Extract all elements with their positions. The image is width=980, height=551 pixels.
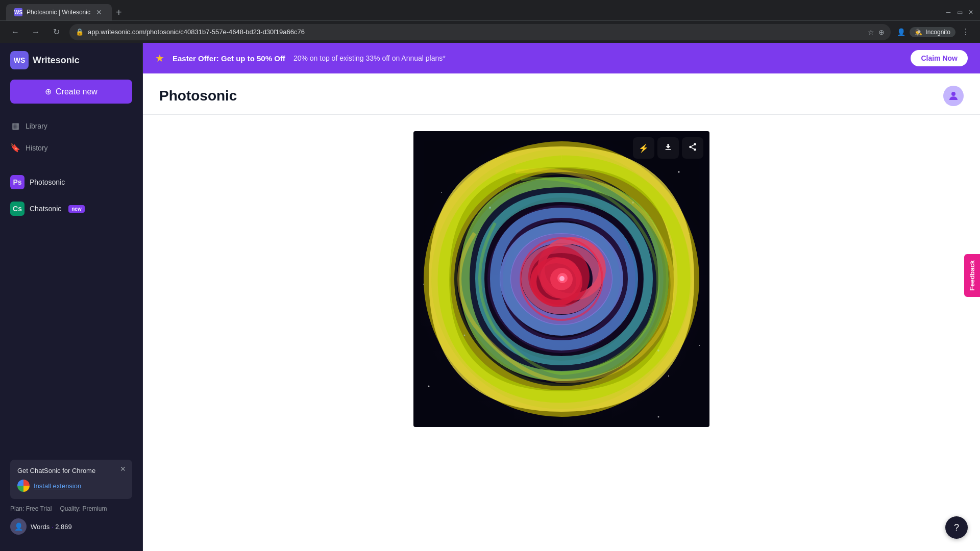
svg-point-9	[428, 386, 430, 387]
logo-initials: WS	[14, 56, 26, 64]
sidebar-footer: ✕ Get ChatSonic for Chrome Install exten…	[0, 452, 142, 543]
sidebar-item-history[interactable]: 🔖 History	[4, 138, 138, 158]
address-bar-row: ← → ↻ 🔒 app.writesonic.com/photosonic/c4…	[0, 20, 980, 43]
incognito-badge: 🕵 Incognito	[910, 27, 955, 37]
new-badge: new	[68, 205, 84, 213]
chrome-logo	[17, 480, 30, 492]
sidebar-apps: Ps Photosonic Cs Chatsonic new	[0, 166, 142, 221]
share-icon	[688, 142, 697, 154]
avatar-icon	[947, 90, 960, 102]
page-header: Photosonic	[143, 73, 980, 115]
maximize-button[interactable]: ▭	[954, 7, 965, 17]
address-bar[interactable]: 🔒 app.writesonic.com/photosonic/c40831b7…	[69, 24, 891, 40]
chrome-promo-close-button[interactable]: ✕	[118, 464, 128, 474]
address-bar-icons: ☆ ⊕	[868, 28, 885, 36]
banner-star: ★	[155, 52, 164, 64]
share-button[interactable]	[682, 137, 703, 159]
plan-info: Plan: Free Trial Quality: Premium	[10, 505, 132, 512]
chrome-promo: ✕ Get ChatSonic for Chrome Install exten…	[10, 460, 132, 499]
tab-favicon: WS	[14, 8, 22, 16]
user-avatar: 👤	[10, 518, 27, 535]
browser-menu-button[interactable]: ⋮	[960, 25, 972, 39]
svg-point-13	[699, 345, 700, 346]
sidebar-nav: ▦ Library 🔖 History	[0, 116, 142, 158]
refresh-button[interactable]: ↻	[49, 25, 63, 39]
image-container: ⚡	[413, 131, 709, 427]
install-extension-link[interactable]: Install extension	[34, 482, 81, 490]
sidebar-item-photosonic[interactable]: Ps Photosonic	[4, 170, 138, 194]
history-icon: 🔖	[10, 143, 20, 153]
chrome-promo-body: Install extension	[17, 480, 125, 492]
lightning-icon: ⚡	[639, 143, 649, 153]
svg-point-29	[464, 335, 465, 336]
logo-box: WS	[10, 51, 29, 69]
svg-point-11	[441, 192, 442, 193]
sidebar-item-library-label: Library	[26, 122, 47, 130]
words-label: Words	[31, 523, 50, 531]
svg-point-23	[559, 276, 565, 281]
svg-line-5	[691, 145, 694, 146]
promo-banner: ★ Easter Offer: Get up to 50% Off 20% on…	[143, 43, 980, 73]
bookmark-icon[interactable]: ☆	[868, 28, 874, 36]
banner-offer-normal: 20% on top of existing 33% off on Annual…	[293, 54, 446, 62]
browser-actions: 👤 🕵 Incognito ⋮	[897, 25, 972, 39]
svg-point-10	[668, 375, 669, 377]
main-content: ★ Easter Offer: Get up to 50% Off 20% on…	[143, 43, 980, 551]
ai-generated-image	[413, 131, 709, 427]
chatsonic-icon-label: Cs	[13, 205, 22, 213]
help-icon: ?	[954, 522, 959, 533]
sidebar: WS Writesonic ⊕ Create new ▦ Library 🔖 H…	[0, 43, 143, 551]
image-svg	[413, 131, 709, 427]
feedback-tab[interactable]: Feedback	[964, 254, 980, 297]
help-button[interactable]: ?	[945, 516, 968, 539]
plus-icon: ⊕	[45, 87, 52, 96]
user-avatar-top[interactable]	[943, 86, 964, 106]
lock-icon: 🔒	[76, 28, 84, 36]
svg-line-4	[691, 147, 694, 149]
close-button[interactable]: ✕	[966, 7, 976, 17]
sidebar-item-library[interactable]: ▦ Library	[4, 116, 138, 136]
extension-icon[interactable]: ⊕	[878, 28, 885, 36]
quality-label: Quality: Premium	[60, 505, 107, 512]
page-title: Photosonic	[159, 88, 237, 104]
download-button[interactable]	[657, 137, 679, 159]
create-new-button[interactable]: ⊕ Create new	[10, 80, 132, 104]
sidebar-item-chatsonic[interactable]: Cs Chatsonic new	[4, 196, 138, 221]
lightning-button[interactable]: ⚡	[633, 137, 654, 159]
svg-point-27	[489, 207, 491, 209]
new-tab-button[interactable]: +	[112, 7, 126, 18]
profile-icon[interactable]: 👤	[897, 28, 905, 36]
back-button[interactable]: ←	[8, 25, 22, 39]
incognito-label: Incognito	[925, 29, 950, 36]
svg-point-2	[689, 146, 692, 148]
incognito-icon: 🕵	[915, 29, 922, 36]
svg-point-3	[694, 148, 696, 151]
active-tab[interactable]: WS Photosonic | Writesonic ✕	[6, 4, 112, 20]
sidebar-logo: WS Writesonic	[0, 51, 142, 80]
sidebar-item-history-label: History	[26, 144, 48, 152]
user-info: 👤 Words · 2,869	[10, 518, 132, 535]
app-container: WS Writesonic ⊕ Create new ▦ Library 🔖 H…	[0, 43, 980, 551]
banner-offer-bold: Easter Offer: Get up to 50% Off	[173, 54, 285, 63]
image-area: ⚡	[143, 115, 980, 551]
create-new-label: Create new	[56, 87, 97, 96]
tab-close-button[interactable]: ✕	[94, 8, 104, 17]
svg-point-0	[951, 92, 955, 96]
tab-title: Photosonic | Writesonic	[27, 9, 90, 16]
browser-chrome: WS Photosonic | Writesonic ✕ + ─ ▭ ✕ ← →…	[0, 0, 980, 43]
download-icon	[664, 142, 673, 154]
tab-bar: WS Photosonic | Writesonic ✕ + ─ ▭ ✕	[0, 0, 980, 20]
words-count-value: 2,869	[55, 523, 72, 531]
minimize-button[interactable]: ─	[943, 7, 953, 17]
forward-button[interactable]: →	[29, 25, 43, 39]
svg-point-1	[694, 143, 696, 146]
photosonic-icon-label: Ps	[13, 178, 21, 186]
chatsonic-label: Chatsonic	[30, 205, 61, 213]
claim-now-button[interactable]: Claim Now	[911, 50, 968, 66]
svg-point-7	[678, 171, 680, 173]
photosonic-label: Photosonic	[30, 178, 65, 186]
chatsonic-icon: Cs	[10, 202, 24, 216]
url-display: app.writesonic.com/photosonic/c40831b7-5…	[88, 28, 864, 36]
window-controls: ─ ▭ ✕	[943, 7, 980, 17]
chrome-promo-title: Get ChatSonic for Chrome	[17, 467, 125, 474]
